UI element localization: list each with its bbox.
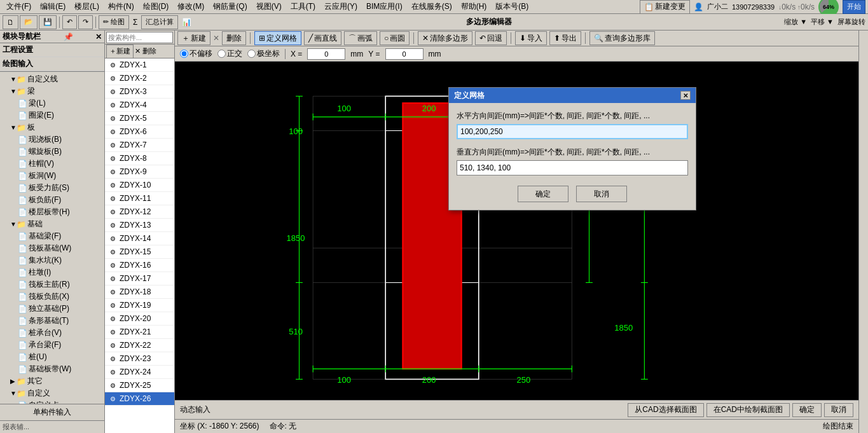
comp-item-zdyx25[interactable]: ⚙ ZDYX-25 xyxy=(105,379,174,392)
tree-item-zhum[interactable]: 📄 柱帽(V) xyxy=(0,158,104,170)
tree-item-liang[interactable]: ▼ 📁 梁 xyxy=(0,85,104,97)
comp-item-zdyx11[interactable]: ⚙ ZDYX-11 xyxy=(105,192,174,205)
comp-item-zdyx9[interactable]: ⚙ ZDYX-9 xyxy=(105,165,174,179)
tree-item-ban[interactable]: ▼ 📁 板 xyxy=(0,121,104,134)
poly-draw-line-btn[interactable]: ╱ 画直线 xyxy=(304,31,341,45)
poly-export-btn[interactable]: ⬆ 导出 xyxy=(549,31,581,45)
poly-draw-arc-btn[interactable]: ⌒ 画弧 xyxy=(344,31,377,45)
menu-item-edit[interactable]: 编辑(E) xyxy=(36,0,69,13)
comp-item-zdyx16[interactable]: ⚙ ZDYX-16 xyxy=(105,259,174,272)
comp-item-zdyx3[interactable]: ⚙ ZDYX-3 xyxy=(105,85,174,99)
tree-item-zdyx[interactable]: ▼ 📁 自定义线 xyxy=(0,73,104,85)
comp-item-zdyx20[interactable]: ⚙ ZDYX-20 xyxy=(105,312,174,326)
comp-item-zdyx19[interactable]: ⚙ ZDYX-19 xyxy=(105,299,174,312)
from-cad-btn[interactable]: 从CAD选择截面图 xyxy=(628,403,703,417)
comp-item-zdyx15[interactable]: ⚙ ZDYX-15 xyxy=(105,245,174,259)
menu-item-file[interactable]: 文件(F) xyxy=(3,0,35,13)
canvas-confirm-btn[interactable]: 确定 xyxy=(792,403,822,417)
comp-item-zdyx23[interactable]: ⚙ ZDYX-23 xyxy=(105,352,174,366)
comp-item-zdyx21[interactable]: ⚙ ZDYX-21 xyxy=(105,326,174,339)
y-input[interactable] xyxy=(385,48,424,60)
toolbar-open-btn[interactable]: 📂 xyxy=(20,15,38,29)
poly-draw-circle-btn[interactable]: ○ 画圆 xyxy=(380,31,410,45)
toolbar-new-btn[interactable]: 🗋 xyxy=(3,15,18,29)
pin-icon[interactable]: 📌 xyxy=(64,32,73,41)
tree-item-chengtailiang[interactable]: 📄 承台梁(F) xyxy=(0,339,104,351)
comp-item-zdyx8[interactable]: ⚙ ZDYX-8 xyxy=(105,152,174,165)
calc-btn[interactable]: 汇总计算 xyxy=(141,15,178,29)
radio-normal-cross[interactable]: 正交 xyxy=(217,48,242,59)
comp-item-zdyx18[interactable]: ⚙ ZDYX-18 xyxy=(105,285,174,299)
comp-item-zdyx10[interactable]: ⚙ ZDYX-10 xyxy=(105,179,174,192)
canvas-cancel-btn[interactable]: 取消 xyxy=(824,403,853,417)
draw-in-cad-btn[interactable]: 在CAD中绘制截面图 xyxy=(706,403,790,417)
sidebar-section-drawing[interactable]: 绘图输入 xyxy=(0,57,104,71)
comp-item-zdyx24[interactable]: ⚙ ZDYX-24 xyxy=(105,366,174,379)
tree-item-zhui[interactable]: 📄 桩(U) xyxy=(0,351,104,363)
tree-item-jichu[interactable]: ▼ 📁 基础 xyxy=(0,218,104,230)
menu-item-cloud[interactable]: 云应用(Y) xyxy=(320,0,361,13)
menu-item-online[interactable]: 在线服务(S) xyxy=(408,0,456,13)
toolbar-save-btn[interactable]: 💾 xyxy=(39,15,57,29)
tree-item-loudai[interactable]: 📄 楼层板带(H) xyxy=(0,206,104,218)
tree-item-zhuangtai[interactable]: 📄 桩承台(V) xyxy=(0,327,104,339)
tree-item-banshouli[interactable]: 📄 板受力筋(S) xyxy=(0,182,104,194)
comp-delete-icon[interactable]: ✕ 删除 xyxy=(135,46,156,56)
sidebar-section-settings[interactable]: 工程设置 xyxy=(0,43,104,57)
comp-item-zdyx17[interactable]: ⚙ ZDYX-17 xyxy=(105,272,174,285)
comp-item-zdyx22[interactable]: ⚙ ZDYX-22 xyxy=(105,339,174,352)
comp-item-zdyx12[interactable]: ⚙ ZDYX-12 xyxy=(105,205,174,219)
canvas-area[interactable]: 100 200 250 100 100 1340 1850 1850 xyxy=(175,62,858,400)
tree-item-luoxuanb[interactable]: 📄 螺旋板(B) xyxy=(0,146,104,158)
h-input[interactable] xyxy=(457,124,688,139)
v-input[interactable] xyxy=(457,160,688,175)
dialog-cancel-btn[interactable]: 取消 xyxy=(576,186,627,202)
poly-clear-btn[interactable]: ✕ 清除多边形 xyxy=(418,31,472,45)
tree-item-tiaoxing[interactable]: 📄 条形基础(T) xyxy=(0,315,104,327)
toolbar-redo-btn[interactable]: ↷ xyxy=(78,15,93,29)
menu-item-help[interactable]: 帮助(H) xyxy=(457,0,491,13)
comp-item-zdyx4[interactable]: ⚙ ZDYX-4 xyxy=(105,99,174,112)
comp-item-zdyx2[interactable]: ⚙ ZDYX-2 xyxy=(105,72,174,85)
tree-item-jishuikeng[interactable]: 📄 集水坑(K) xyxy=(0,254,104,266)
comp-item-zdyx13[interactable]: ⚙ ZDYX-13 xyxy=(105,219,174,232)
toolbar-undo-btn[interactable]: ↶ xyxy=(62,15,77,29)
menu-item-modify[interactable]: 修改(M) xyxy=(174,0,208,13)
dialog-close-button[interactable]: ✕ xyxy=(680,91,691,100)
menu-item-draw[interactable]: 绘图(D) xyxy=(139,0,173,13)
tree-item-jichuliang[interactable]: 📄 基础梁(F) xyxy=(0,230,104,242)
dialog-confirm-btn[interactable]: 确定 xyxy=(518,186,568,202)
start-button[interactable]: 开始 xyxy=(843,0,865,14)
tree-item-liang-l[interactable]: 📄 梁(L) xyxy=(0,97,104,109)
radio-no-offset[interactable]: 不偏移 xyxy=(180,48,212,59)
comp-item-zdyx7[interactable]: ⚙ ZDYX-7 xyxy=(105,139,174,152)
x-input[interactable] xyxy=(307,48,345,60)
comp-item-zdyx1[interactable]: ⚙ ZDYX-1 xyxy=(105,58,174,72)
tree-item-fabanzjin[interactable]: 📄 筏板主筋(R) xyxy=(0,278,104,291)
close-sidebar-icon[interactable]: ✕ xyxy=(95,32,102,41)
dialog-title-bar[interactable]: 定义网格 ✕ xyxy=(449,88,696,103)
menu-item-bim[interactable]: BIM应用(I) xyxy=(362,0,406,13)
menu-item-rebar[interactable]: 钢筋量(Q) xyxy=(209,0,251,13)
tree-item-xianjiaob[interactable]: 📄 现浇板(B) xyxy=(0,134,104,146)
tree-item-qita[interactable]: ▶ 📁 其它 xyxy=(0,375,104,387)
poly-define-grid-btn[interactable]: ⊞ 定义网格 xyxy=(254,31,301,45)
tree-item-zhudun[interactable]: 📄 柱墩(I) xyxy=(0,266,104,278)
comp-item-zdyx26[interactable]: ⚙ ZDYX-26 xyxy=(105,392,174,406)
tree-item-zdydian[interactable]: 📄 自定义点 xyxy=(0,399,104,404)
poly-new-btn[interactable]: ＋ 新建 xyxy=(177,31,210,45)
poly-undo-btn[interactable]: ↶ 回退 xyxy=(475,31,507,45)
tree-item-banfujin[interactable]: 📄 板负筋(F) xyxy=(0,194,104,206)
poly-import-btn[interactable]: ⬇ 导入 xyxy=(515,31,547,45)
search-input[interactable] xyxy=(106,32,173,43)
poly-query-btn[interactable]: 🔍 查询多边形库 xyxy=(589,31,655,45)
comp-item-zdyx5[interactable]: ⚙ ZDYX-5 xyxy=(105,112,174,125)
menu-item-component[interactable]: 构件(N) xyxy=(104,0,138,13)
tree-item-bandong[interactable]: 📄 板洞(W) xyxy=(0,170,104,182)
comp-new-btn[interactable]: ＋新建 xyxy=(106,45,134,58)
comp-item-zdyx14[interactable]: ⚙ ZDYX-14 xyxy=(105,232,174,245)
tree-item-zidingyi[interactable]: ▼ 📁 自定义 xyxy=(0,387,104,399)
tree-item-fabanjc[interactable]: 📄 筏板基础(W) xyxy=(0,242,104,254)
poly-delete-btn[interactable]: 删除 xyxy=(222,31,246,45)
menu-item-view[interactable]: 视图(V) xyxy=(252,0,286,13)
